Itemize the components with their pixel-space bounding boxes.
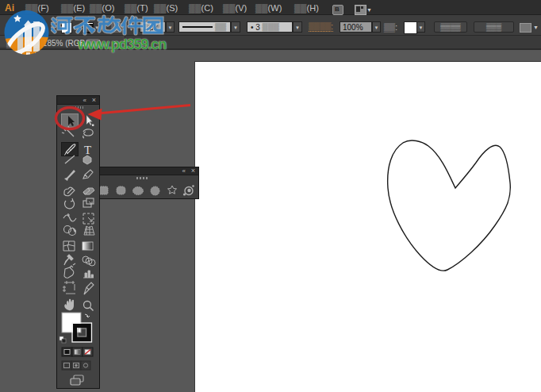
svg-text:T: T bbox=[84, 144, 91, 156]
